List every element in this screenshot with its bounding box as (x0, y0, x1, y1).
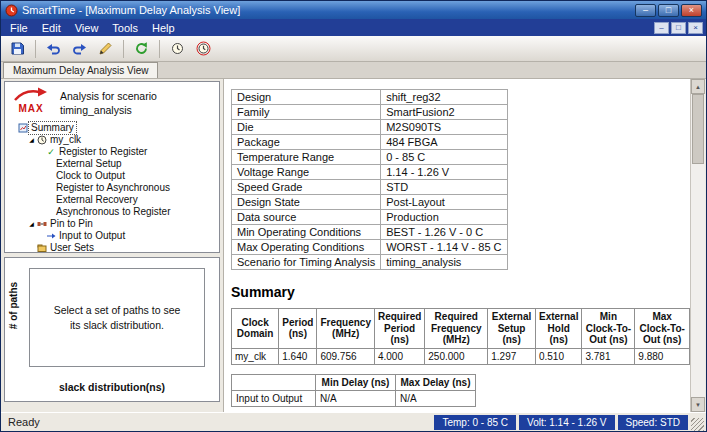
table-row: my_clk 1.640 609.756 4.000 250.000 1.297… (232, 348, 690, 364)
maximize-button[interactable]: □ (658, 4, 679, 17)
menu-help[interactable]: Help (145, 21, 182, 35)
user-sets-icon (36, 243, 48, 253)
property-label: Temperature Range (232, 150, 381, 165)
tree-item-my-clk[interactable]: ◢ my_clk (5, 134, 219, 146)
cell-required-period: 4.000 (374, 348, 424, 364)
property-value: SmartFusion2 (381, 105, 507, 120)
tree-item-input-to-output[interactable]: Input to Output (5, 230, 219, 242)
status-bar: Ready Temp: 0 - 85 C Volt: 1.14 - 1.26 V… (1, 412, 706, 431)
tree-item-label: Input to Output (57, 230, 127, 242)
table-header-row: Min Delay (ns) Max Delay (ns) (232, 374, 476, 390)
menu-edit[interactable]: Edit (35, 21, 68, 35)
cell-min-delay: N/A (316, 390, 396, 406)
property-value: 1.14 - 1.26 V (381, 165, 507, 180)
property-value: M2S090TS (381, 120, 507, 135)
pin-to-pin-icon (36, 219, 48, 229)
tree-item-asynchronous-to-register[interactable]: Asynchronous to Register (5, 206, 219, 218)
undo-button[interactable] (42, 38, 65, 60)
cell-period: 1.640 (279, 348, 317, 364)
scroll-down-button[interactable]: ▼ (691, 397, 705, 412)
mdi-restore-button[interactable]: □ (671, 22, 686, 34)
scroll-up-button[interactable]: ▲ (691, 79, 705, 94)
toolbar-separator (159, 40, 160, 58)
tree-item-label: User Sets (48, 242, 96, 253)
save-button[interactable] (6, 38, 29, 60)
min-delay-analysis-button[interactable] (166, 38, 189, 60)
design-properties-table: Designshift_reg32 FamilySmartFusion2 Die… (231, 89, 508, 270)
property-label: Max Operating Conditions (232, 240, 381, 255)
tree-item-register-to-asynchronous[interactable]: Register to Asynchronous (5, 182, 219, 194)
property-label: Scenario for Timing Analysis (232, 255, 381, 270)
table-header-row: Clock Domain Period (ns) Frequency (MHz)… (232, 309, 690, 349)
column-header: Clock Domain (232, 309, 279, 349)
tree-item-pin-to-pin[interactable]: ◢ Pin to Pin (5, 218, 219, 230)
status-ready: Ready (8, 416, 40, 428)
cell-external-setup: 1.297 (488, 348, 536, 364)
window-controls: – □ × (635, 4, 702, 17)
vertical-scrollbar[interactable]: ▲ ▼ (690, 79, 705, 412)
smarttime-window: SmartTime - [Maximum Delay Analysis View… (0, 0, 707, 432)
column-header: Min Delay (ns) (316, 374, 396, 390)
recalculate-button[interactable] (130, 38, 153, 60)
tree-item-external-recovery[interactable]: External Recovery (5, 194, 219, 206)
tree-item-clock-to-output[interactable]: Clock to Output (5, 170, 219, 182)
property-label: Voltage Range (232, 165, 381, 180)
redo-button[interactable] (68, 38, 91, 60)
menu-file[interactable]: File (3, 21, 35, 35)
mdi-minimize-button[interactable]: – (654, 22, 669, 34)
max-delay-analysis-button[interactable] (192, 38, 215, 60)
expand-arrow-icon[interactable]: ◢ (27, 134, 36, 146)
edit-constraints-button[interactable] (94, 38, 117, 60)
column-header: Frequency (MHz) (317, 309, 375, 349)
property-value: Production (381, 210, 507, 225)
table-row: FamilySmartFusion2 (232, 105, 508, 120)
close-button[interactable]: × (681, 4, 702, 17)
table-row: Package484 FBGA (232, 135, 508, 150)
tab-maximum-delay-analysis-view[interactable]: Maximum Delay Analysis View (3, 62, 158, 78)
scenario-line1: Analysis for scenario (60, 90, 157, 104)
tree-item-summary[interactable]: Summary (5, 122, 219, 134)
property-value: STD (381, 180, 507, 195)
property-label: Design (232, 90, 381, 105)
table-row: Design StatePost-Layout (232, 195, 508, 210)
toolbar-separator (35, 40, 36, 58)
column-header: External Setup (ns) (488, 309, 536, 349)
column-header: Required Frequency (MHz) (425, 309, 488, 349)
column-header (232, 374, 316, 390)
minimize-button[interactable]: – (635, 4, 656, 17)
tree-item-external-setup[interactable]: External Setup (5, 158, 219, 170)
left-panel: MAX Analysis for scenario timing_analysi… (4, 81, 220, 410)
redo-arrow-icon (72, 41, 87, 56)
tree-item-label: my_clk (48, 134, 83, 146)
scenario-line2: timing_analysis (60, 104, 157, 118)
analysis-tree: Summary ◢ my_clk ✓ Register to Register … (5, 122, 219, 253)
scenario-header: MAX Analysis for scenario timing_analysi… (5, 82, 219, 119)
column-header: External Hold (ns) (535, 309, 581, 349)
property-label: Speed Grade (232, 180, 381, 195)
max-delay-clock-icon (196, 41, 211, 56)
menu-view[interactable]: View (68, 21, 106, 35)
resize-grip[interactable] (691, 418, 704, 431)
slack-plot-area: Select a set of paths to see its slack d… (29, 268, 205, 367)
table-row: Temperature Range0 - 85 C (232, 150, 508, 165)
property-value: Post-Layout (381, 195, 507, 210)
property-value: shift_reg32 (381, 90, 507, 105)
table-row: Max Operating ConditionsWORST - 1.14 V -… (232, 240, 508, 255)
expand-arrow-icon[interactable]: ◢ (27, 218, 36, 230)
status-speed: Speed: STD (618, 415, 688, 430)
menu-tools[interactable]: Tools (105, 21, 145, 35)
paths-axis-label: # of paths (8, 265, 19, 345)
property-label: Family (232, 105, 381, 120)
toolbar (1, 36, 706, 62)
property-value: 484 FBGA (381, 135, 507, 150)
scroll-track[interactable] (691, 164, 705, 397)
checkmark-icon: ✓ (45, 146, 57, 158)
tree-item-label: Asynchronous to Register (54, 206, 173, 218)
mdi-close-button[interactable]: × (688, 22, 703, 34)
tree-item-register-to-register[interactable]: ✓ Register to Register (5, 146, 219, 158)
smarttime-app-icon (5, 4, 18, 17)
max-analysis-logo: MAX (11, 87, 51, 114)
tree-item-user-sets[interactable]: User Sets (5, 242, 219, 253)
column-header: Required Period (ns) (374, 309, 424, 349)
scroll-thumb[interactable] (692, 94, 704, 164)
